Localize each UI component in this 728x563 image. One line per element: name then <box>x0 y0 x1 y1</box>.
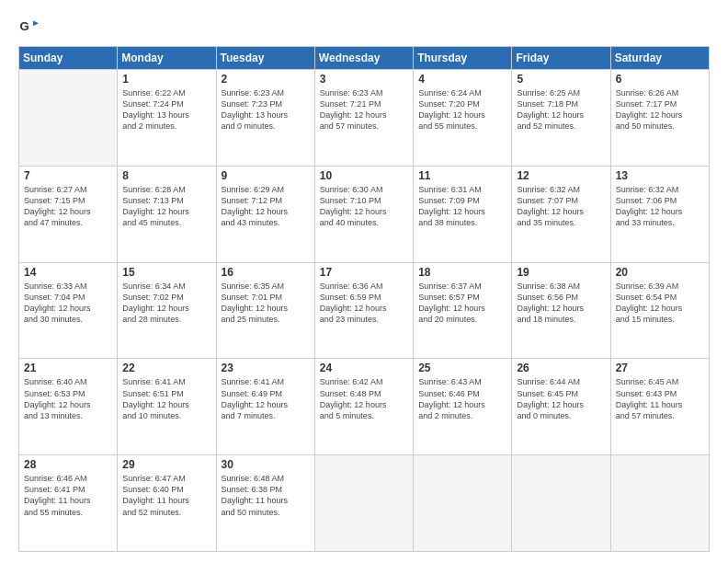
calendar-cell: 4Sunrise: 6:24 AM Sunset: 7:20 PM Daylig… <box>414 70 512 167</box>
day-number: 19 <box>517 266 605 279</box>
svg-marker-1 <box>33 20 39 26</box>
calendar-cell: 20Sunrise: 6:39 AM Sunset: 6:54 PM Dayli… <box>610 262 709 359</box>
day-info: Sunrise: 6:28 AM Sunset: 7:13 PM Dayligh… <box>122 184 210 229</box>
calendar-cell: 2Sunrise: 6:23 AM Sunset: 7:23 PM Daylig… <box>216 70 314 167</box>
calendar-week-3: 14Sunrise: 6:33 AM Sunset: 7:04 PM Dayli… <box>19 262 710 359</box>
day-info: Sunrise: 6:44 AM Sunset: 6:45 PM Dayligh… <box>517 376 605 421</box>
calendar-cell: 30Sunrise: 6:48 AM Sunset: 6:38 PM Dayli… <box>216 455 314 552</box>
calendar-cell <box>414 455 512 552</box>
day-number: 4 <box>418 73 506 86</box>
day-info: Sunrise: 6:25 AM Sunset: 7:18 PM Dayligh… <box>517 87 605 132</box>
day-number: 17 <box>320 266 408 279</box>
day-number: 26 <box>517 362 605 374</box>
day-number: 12 <box>517 169 605 182</box>
calendar-cell <box>610 455 709 552</box>
weekday-thursday: Thursday <box>414 47 512 70</box>
calendar-week-2: 7Sunrise: 6:27 AM Sunset: 7:15 PM Daylig… <box>19 166 710 262</box>
day-number: 22 <box>122 362 210 374</box>
weekday-sunday: Sunday <box>19 47 118 70</box>
day-info: Sunrise: 6:48 AM Sunset: 6:38 PM Dayligh… <box>222 473 310 518</box>
calendar-cell: 18Sunrise: 6:37 AM Sunset: 6:57 PM Dayli… <box>414 262 512 359</box>
logo: G <box>18 17 42 37</box>
day-number: 8 <box>122 169 210 182</box>
day-info: Sunrise: 6:33 AM Sunset: 7:04 PM Dayligh… <box>24 281 112 326</box>
day-info: Sunrise: 6:27 AM Sunset: 7:15 PM Dayligh… <box>24 184 112 229</box>
calendar-cell: 3Sunrise: 6:23 AM Sunset: 7:21 PM Daylig… <box>314 70 413 167</box>
weekday-header-row: SundayMondayTuesdayWednesdayThursdayFrid… <box>19 47 710 70</box>
day-number: 29 <box>122 458 210 471</box>
calendar-week-1: 1Sunrise: 6:22 AM Sunset: 7:24 PM Daylig… <box>19 70 710 167</box>
calendar-cell <box>512 455 610 552</box>
calendar-cell: 11Sunrise: 6:31 AM Sunset: 7:09 PM Dayli… <box>414 166 512 262</box>
day-number: 13 <box>616 169 704 182</box>
logo-icon: G <box>18 17 39 37</box>
day-number: 21 <box>24 362 112 374</box>
day-number: 24 <box>320 362 408 374</box>
day-number: 25 <box>418 362 506 374</box>
day-number: 27 <box>616 362 704 374</box>
weekday-monday: Monday <box>118 47 216 70</box>
day-info: Sunrise: 6:35 AM Sunset: 7:01 PM Dayligh… <box>222 281 310 326</box>
weekday-friday: Friday <box>512 47 610 70</box>
calendar-cell: 29Sunrise: 6:47 AM Sunset: 6:40 PM Dayli… <box>118 455 216 552</box>
day-info: Sunrise: 6:41 AM Sunset: 6:49 PM Dayligh… <box>222 376 310 421</box>
calendar-cell: 16Sunrise: 6:35 AM Sunset: 7:01 PM Dayli… <box>216 262 314 359</box>
calendar-cell: 15Sunrise: 6:34 AM Sunset: 7:02 PM Dayli… <box>118 262 216 359</box>
day-number: 2 <box>222 73 310 86</box>
calendar-cell <box>19 70 118 167</box>
weekday-saturday: Saturday <box>610 47 709 70</box>
day-info: Sunrise: 6:38 AM Sunset: 6:56 PM Dayligh… <box>517 281 605 326</box>
calendar-cell: 5Sunrise: 6:25 AM Sunset: 7:18 PM Daylig… <box>512 70 610 167</box>
day-info: Sunrise: 6:40 AM Sunset: 6:53 PM Dayligh… <box>24 376 112 421</box>
day-number: 20 <box>616 266 704 279</box>
calendar-cell: 28Sunrise: 6:46 AM Sunset: 6:41 PM Dayli… <box>19 455 118 552</box>
day-info: Sunrise: 6:43 AM Sunset: 6:46 PM Dayligh… <box>418 376 506 421</box>
calendar-cell: 27Sunrise: 6:45 AM Sunset: 6:43 PM Dayli… <box>610 359 709 455</box>
day-number: 11 <box>418 169 506 182</box>
day-info: Sunrise: 6:36 AM Sunset: 6:59 PM Dayligh… <box>320 281 408 326</box>
calendar-week-4: 21Sunrise: 6:40 AM Sunset: 6:53 PM Dayli… <box>19 359 710 455</box>
header: G <box>18 17 710 37</box>
day-info: Sunrise: 6:39 AM Sunset: 6:54 PM Dayligh… <box>616 281 704 326</box>
day-info: Sunrise: 6:42 AM Sunset: 6:48 PM Dayligh… <box>320 376 408 421</box>
day-info: Sunrise: 6:31 AM Sunset: 7:09 PM Dayligh… <box>418 184 506 229</box>
day-number: 16 <box>222 266 310 279</box>
day-number: 28 <box>24 458 112 471</box>
day-number: 30 <box>222 458 310 471</box>
day-number: 9 <box>222 169 310 182</box>
calendar-table: SundayMondayTuesdayWednesdayThursdayFrid… <box>18 46 710 552</box>
calendar-cell: 24Sunrise: 6:42 AM Sunset: 6:48 PM Dayli… <box>314 359 413 455</box>
day-info: Sunrise: 6:30 AM Sunset: 7:10 PM Dayligh… <box>320 184 408 229</box>
day-info: Sunrise: 6:24 AM Sunset: 7:20 PM Dayligh… <box>418 87 506 132</box>
day-info: Sunrise: 6:34 AM Sunset: 7:02 PM Dayligh… <box>122 281 210 326</box>
calendar-cell: 21Sunrise: 6:40 AM Sunset: 6:53 PM Dayli… <box>19 359 118 455</box>
day-number: 7 <box>24 169 112 182</box>
calendar-cell: 19Sunrise: 6:38 AM Sunset: 6:56 PM Dayli… <box>512 262 610 359</box>
day-info: Sunrise: 6:32 AM Sunset: 7:06 PM Dayligh… <box>616 184 704 229</box>
calendar-cell: 9Sunrise: 6:29 AM Sunset: 7:12 PM Daylig… <box>216 166 314 262</box>
calendar-cell: 23Sunrise: 6:41 AM Sunset: 6:49 PM Dayli… <box>216 359 314 455</box>
calendar-cell: 17Sunrise: 6:36 AM Sunset: 6:59 PM Dayli… <box>314 262 413 359</box>
weekday-tuesday: Tuesday <box>216 47 314 70</box>
calendar-cell: 22Sunrise: 6:41 AM Sunset: 6:51 PM Dayli… <box>118 359 216 455</box>
calendar-cell: 26Sunrise: 6:44 AM Sunset: 6:45 PM Dayli… <box>512 359 610 455</box>
day-number: 10 <box>320 169 408 182</box>
calendar-cell: 25Sunrise: 6:43 AM Sunset: 6:46 PM Dayli… <box>414 359 512 455</box>
calendar-week-5: 28Sunrise: 6:46 AM Sunset: 6:41 PM Dayli… <box>19 455 710 552</box>
calendar-cell: 8Sunrise: 6:28 AM Sunset: 7:13 PM Daylig… <box>118 166 216 262</box>
day-info: Sunrise: 6:32 AM Sunset: 7:07 PM Dayligh… <box>517 184 605 229</box>
day-number: 18 <box>418 266 506 279</box>
day-info: Sunrise: 6:45 AM Sunset: 6:43 PM Dayligh… <box>616 376 704 421</box>
day-info: Sunrise: 6:23 AM Sunset: 7:23 PM Dayligh… <box>222 87 310 132</box>
day-number: 6 <box>616 73 704 86</box>
day-info: Sunrise: 6:47 AM Sunset: 6:40 PM Dayligh… <box>122 473 210 518</box>
day-info: Sunrise: 6:46 AM Sunset: 6:41 PM Dayligh… <box>24 473 112 518</box>
calendar-cell: 14Sunrise: 6:33 AM Sunset: 7:04 PM Dayli… <box>19 262 118 359</box>
svg-text:G: G <box>19 19 28 33</box>
day-number: 3 <box>320 73 408 86</box>
day-number: 1 <box>122 73 210 86</box>
day-info: Sunrise: 6:26 AM Sunset: 7:17 PM Dayligh… <box>616 87 704 132</box>
calendar-cell: 7Sunrise: 6:27 AM Sunset: 7:15 PM Daylig… <box>19 166 118 262</box>
calendar-cell: 10Sunrise: 6:30 AM Sunset: 7:10 PM Dayli… <box>314 166 413 262</box>
day-info: Sunrise: 6:23 AM Sunset: 7:21 PM Dayligh… <box>320 87 408 132</box>
